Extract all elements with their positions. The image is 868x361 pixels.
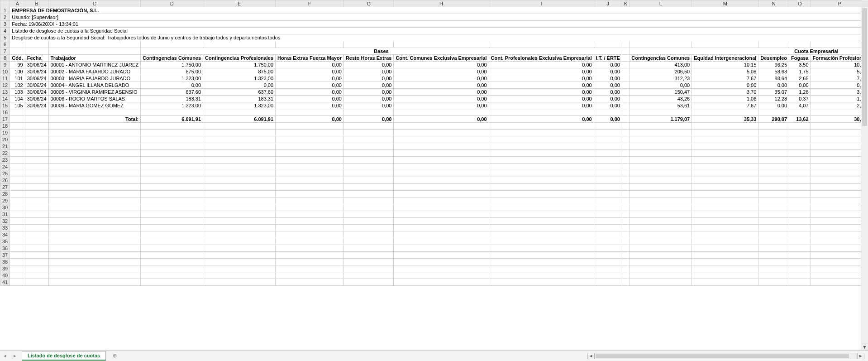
cell[interactable]: [394, 191, 489, 197]
cell[interactable]: [10, 150, 25, 157]
hdr-cc[interactable]: Contingencias Comunes: [141, 55, 203, 62]
cell[interactable]: [594, 197, 622, 204]
cell[interactable]: 0,00: [594, 102, 622, 109]
cell[interactable]: [25, 238, 48, 245]
cell[interactable]: [489, 245, 594, 252]
cell[interactable]: 5,25: [811, 68, 868, 75]
row-header[interactable]: 11: [0, 75, 10, 82]
hdr-des[interactable]: Desempleo: [758, 55, 789, 62]
cell[interactable]: 2,65: [789, 75, 811, 82]
cell[interactable]: [622, 109, 629, 116]
info-cell[interactable]: Desglose de cuotas a la Seguridad Social…: [10, 34, 868, 41]
cell[interactable]: 0,00: [276, 96, 344, 102]
section-bases[interactable]: Bases: [141, 48, 622, 55]
hdr-rhe[interactable]: Resto Horas Extras: [343, 55, 394, 62]
cell[interactable]: [141, 109, 203, 116]
sheet-tab-active[interactable]: Listado de desglose de cuotas: [22, 351, 106, 361]
cell[interactable]: [48, 177, 141, 184]
section-cuota[interactable]: Cuota Empresarial: [630, 48, 868, 55]
cell[interactable]: [203, 225, 276, 231]
cell[interactable]: [692, 130, 758, 136]
cell[interactable]: [692, 252, 758, 259]
cell[interactable]: [141, 177, 203, 184]
cell[interactable]: [630, 252, 692, 259]
cell[interactable]: [758, 41, 789, 48]
cell[interactable]: [48, 259, 141, 265]
cell[interactable]: 35,07: [758, 89, 789, 96]
cell[interactable]: [622, 55, 629, 62]
cell[interactable]: [25, 252, 48, 259]
cell[interactable]: 0,00: [276, 62, 344, 68]
cell[interactable]: [10, 41, 25, 48]
cell[interactable]: [622, 116, 629, 123]
cell[interactable]: 0,00: [489, 102, 594, 109]
cell[interactable]: [276, 245, 344, 252]
cell[interactable]: [789, 123, 811, 130]
cell[interactable]: [622, 123, 629, 130]
cell[interactable]: [758, 143, 789, 150]
cell[interactable]: [594, 184, 622, 191]
cell[interactable]: 0,00: [811, 82, 868, 89]
scroll-left-icon[interactable]: ◂: [587, 353, 595, 359]
cell[interactable]: [276, 191, 344, 197]
cell[interactable]: [343, 204, 394, 211]
cell[interactable]: 10,50: [811, 62, 868, 68]
cell[interactable]: [343, 109, 394, 116]
cell[interactable]: [203, 218, 276, 225]
cell[interactable]: [489, 136, 594, 143]
cell[interactable]: [25, 150, 48, 157]
cell[interactable]: [394, 136, 489, 143]
cell[interactable]: [622, 197, 629, 204]
cell[interactable]: [811, 130, 868, 136]
cell[interactable]: [758, 123, 789, 130]
cell[interactable]: [48, 191, 141, 197]
cell[interactable]: [343, 259, 394, 265]
add-sheet-icon[interactable]: ⊕: [110, 351, 119, 361]
cell[interactable]: [811, 136, 868, 143]
cell[interactable]: [811, 204, 868, 211]
cell[interactable]: [489, 204, 594, 211]
hdr-cpxe[interactable]: Cont. Profesionales Exclusiva Empresaria…: [489, 55, 594, 62]
cell[interactable]: [594, 191, 622, 197]
cell[interactable]: [622, 96, 629, 102]
cell[interactable]: [622, 164, 629, 170]
cell[interactable]: [594, 177, 622, 184]
cell[interactable]: [489, 177, 594, 184]
cell[interactable]: [141, 245, 203, 252]
cell[interactable]: [343, 177, 394, 184]
cell[interactable]: [489, 238, 594, 245]
cell[interactable]: [394, 123, 489, 130]
col-header[interactable]: I: [489, 0, 594, 7]
cell[interactable]: [758, 204, 789, 211]
cell[interactable]: [692, 238, 758, 245]
cell[interactable]: [141, 238, 203, 245]
cell[interactable]: 0,00: [594, 62, 622, 68]
hdr-ccxe[interactable]: Cont. Comunes Exclusiva Empresarial: [394, 55, 489, 62]
cell[interactable]: [630, 170, 692, 177]
cell[interactable]: [343, 191, 394, 197]
cell[interactable]: [10, 204, 25, 211]
cell[interactable]: [343, 238, 394, 245]
cell[interactable]: [394, 150, 489, 157]
cell[interactable]: [692, 259, 758, 265]
cell[interactable]: [594, 164, 622, 170]
cell[interactable]: [789, 143, 811, 150]
cell[interactable]: [203, 143, 276, 150]
cell[interactable]: [758, 150, 789, 157]
info-cell[interactable]: Listado de desglose de cuotas a la Segur…: [10, 28, 868, 34]
cell[interactable]: [811, 177, 868, 184]
cell[interactable]: [48, 170, 141, 177]
row-header[interactable]: 26: [0, 177, 10, 184]
cell[interactable]: [758, 130, 789, 136]
cell[interactable]: [692, 191, 758, 197]
cell[interactable]: [811, 272, 868, 279]
cell[interactable]: [141, 279, 203, 286]
cell-trabajador[interactable]: 00006 - ROCIO MARTOS SALAS: [48, 96, 141, 102]
row-header[interactable]: 3: [0, 21, 10, 28]
cell[interactable]: [394, 164, 489, 170]
cell[interactable]: 1.750,00: [203, 62, 276, 68]
cell[interactable]: [48, 123, 141, 130]
cell[interactable]: [394, 279, 489, 286]
cell[interactable]: [692, 143, 758, 150]
cell[interactable]: 0,00: [394, 82, 489, 89]
